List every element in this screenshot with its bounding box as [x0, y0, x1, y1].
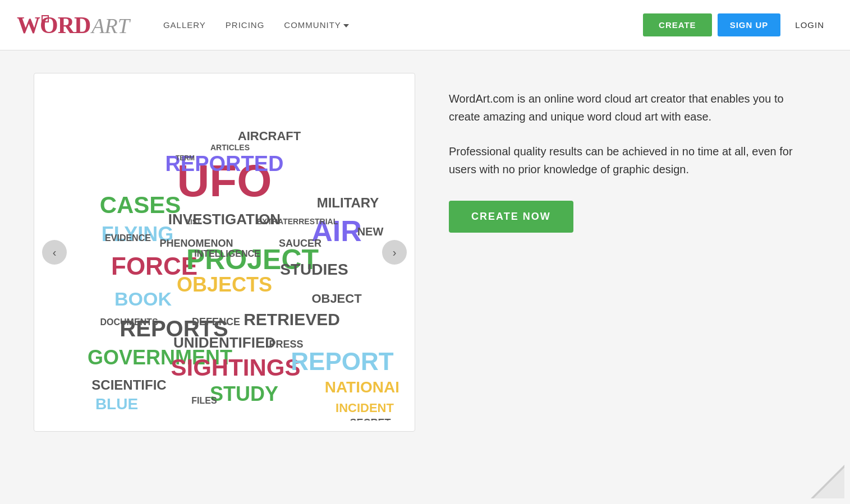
main-nav: GALLERY PRICING COMMUNITY	[163, 20, 643, 30]
svg-text:RETRIEVED: RETRIEVED	[243, 310, 340, 329]
svg-text:CASES: CASES	[100, 192, 181, 218]
svg-text:MILITARY: MILITARY	[317, 195, 379, 210]
logo[interactable]: WORDART	[17, 12, 130, 39]
word-cloud-svg: UFOREPORTEDINVESTIGATIONCASESFLYINGFORCE…	[50, 84, 398, 420]
main-content: ‹ UFOREPORTEDINVESTIGATIONCASESFLYINGFOR…	[0, 50, 850, 454]
page-curl	[811, 465, 844, 498]
svg-text:PHENOMENON: PHENOMENON	[159, 238, 233, 249]
svg-text:OBJECTS: OBJECTS	[177, 273, 272, 296]
chevron-down-icon	[343, 24, 349, 27]
word-cloud: UFOREPORTEDINVESTIGATIONCASESFLYINGFORCE…	[50, 84, 398, 420]
svg-text:STUDIES: STUDIES	[280, 261, 348, 278]
svg-text:REPORT: REPORT	[291, 348, 393, 375]
description-text-1: WordArt.com is an online word cloud art …	[449, 90, 816, 126]
svg-text:OBJECT: OBJECT	[311, 292, 362, 306]
svg-text:TERM: TERM	[176, 154, 195, 162]
svg-text:INCIDENT: INCIDENT	[336, 401, 394, 415]
svg-text:SIGHTINGS: SIGHTINGS	[171, 354, 300, 381]
nav-pricing[interactable]: PRICING	[226, 20, 265, 30]
signup-button[interactable]: SIGN UP	[718, 13, 781, 36]
svg-text:SECRET: SECRET	[350, 417, 390, 420]
svg-text:DOCUMENTS: DOCUMENTS	[100, 317, 158, 327]
svg-text:EXTRATERRESTRIAL: EXTRATERRESTRIAL	[257, 217, 338, 226]
svg-text:DEFENCE: DEFENCE	[192, 316, 240, 327]
logo-art: ART	[91, 13, 130, 38]
svg-text:SCIENTIFIC: SCIENTIFIC	[91, 377, 166, 392]
svg-text:PRESS: PRESS	[269, 339, 303, 350]
svg-text:LIST: LIST	[186, 218, 201, 226]
description-text-2: Professional quality results can be achi…	[449, 142, 816, 178]
header: WORDART GALLERY PRICING COMMUNITY CREATE…	[0, 0, 850, 50]
svg-text:STUDY: STUDY	[210, 382, 278, 405]
login-button[interactable]: LOGIN	[786, 13, 833, 36]
svg-text:SAUCER: SAUCER	[279, 238, 321, 249]
carousel-next-button[interactable]: ›	[382, 240, 407, 265]
nav-community-label[interactable]: COMMUNITY	[284, 20, 341, 30]
svg-text:NATIONAL: NATIONAL	[325, 378, 398, 396]
svg-text:BOOK: BOOK	[114, 288, 172, 309]
svg-text:INTELLIGENCE: INTELLIGENCE	[194, 249, 260, 258]
description-area: WordArt.com is an online word cloud art …	[449, 73, 816, 233]
create-now-button[interactable]: CREATE NOW	[449, 201, 573, 233]
nav-community[interactable]: COMMUNITY	[284, 20, 349, 30]
carousel-prev-button[interactable]: ‹	[42, 240, 67, 265]
carousel: ‹ UFOREPORTEDINVESTIGATIONCASESFLYINGFOR…	[34, 73, 415, 432]
svg-text:ARTICLES: ARTICLES	[210, 143, 250, 152]
svg-text:FILES: FILES	[191, 396, 217, 405]
svg-text:EVIDENCE: EVIDENCE	[105, 233, 151, 243]
nav-gallery[interactable]: GALLERY	[163, 20, 206, 30]
create-button[interactable]: CREATE	[643, 13, 712, 36]
svg-text:USAF: USAF	[100, 418, 134, 420]
logo-word: WORD	[17, 12, 90, 39]
svg-text:BLUE: BLUE	[95, 395, 138, 413]
svg-text:AIRCRAFT: AIRCRAFT	[238, 129, 301, 143]
header-actions: CREATE SIGN UP LOGIN	[643, 13, 833, 36]
svg-text:NEW: NEW	[357, 225, 384, 238]
